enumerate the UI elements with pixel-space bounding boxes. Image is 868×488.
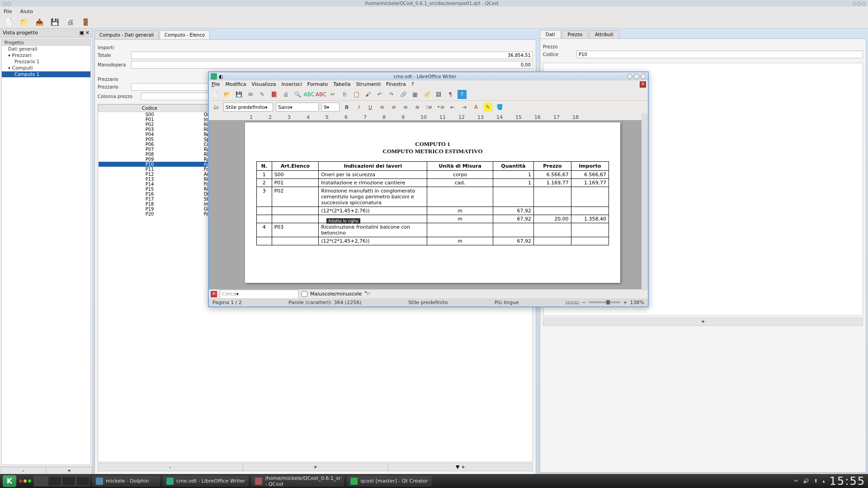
lo-ruler[interactable]: 123456789101112131415161718 [209, 113, 648, 121]
lo-align-just-icon[interactable]: ≡ [413, 103, 422, 112]
tree-dati-generali[interactable]: Dati generali [2, 46, 90, 52]
detach-icon[interactable]: ▣ [79, 30, 84, 36]
lo-indent-icon[interactable]: ⇥ [460, 103, 469, 112]
lo-max-icon[interactable] [634, 74, 639, 79]
lo-menu-finestra[interactable]: Finestra [386, 81, 406, 87]
maximize-icon[interactable] [857, 2, 861, 5]
lo-edit-icon[interactable]: ✎ [258, 90, 267, 99]
task-qcost[interactable]: /home/mickele/QCost_0.6.1_sr- QCost [251, 476, 344, 487]
lo-titlebar[interactable]: ◐ cme.odt - LibreOffice Writer [209, 72, 648, 80]
window-menu-icon[interactable] [3, 2, 6, 5]
lo-zoom-slider[interactable] [589, 301, 620, 303]
lo-align-left-icon[interactable]: ≡ [377, 103, 387, 112]
lo-highlight-icon[interactable]: ✎ [483, 103, 492, 112]
lo-aux-icon[interactable]: ◐ [219, 74, 224, 80]
lo-print-icon[interactable]: 🖨 [281, 90, 290, 99]
lo-menu-visualizza[interactable]: Visualizza [251, 81, 276, 87]
rtab-dati[interactable]: Dati [540, 30, 561, 38]
lo-size-select[interactable]: 9 ▾ [321, 103, 340, 112]
lo-numlist-icon[interactable]: ⁝≡ [425, 103, 434, 112]
lo-doc-close-icon[interactable]: × [640, 81, 646, 88]
saveas-icon[interactable]: 💾 [50, 17, 60, 27]
task-qtcreator[interactable]: qcost [master] - Qt Creator [347, 476, 431, 487]
lo-autospell-icon[interactable]: ABC [316, 90, 326, 99]
open-icon[interactable]: 📁 [19, 17, 29, 27]
print-icon[interactable]: 🖨 [65, 17, 75, 27]
lo-min-icon[interactable] [627, 74, 632, 79]
pager[interactable] [34, 476, 90, 486]
lo-cut-icon[interactable]: ✂ [328, 90, 337, 99]
lo-italic-icon[interactable]: I [354, 103, 363, 112]
doc-row[interactable]: (12*(2*1,45+2,76))m67,92 [257, 237, 609, 245]
lo-help-icon[interactable]: ? [458, 90, 467, 99]
lo-save-icon[interactable]: 💾 [234, 90, 243, 99]
lo-dedent-icon[interactable]: ⇤ [448, 103, 457, 112]
clock[interactable]: 15:55 [830, 475, 865, 488]
lo-fontcolor-icon[interactable]: A [472, 103, 481, 112]
tree-prezzario-1[interactable]: Prezzario 1 [2, 59, 90, 65]
lo-bullist-icon[interactable]: •≡ [436, 103, 445, 112]
lo-menu-tabella[interactable]: Tabella [333, 81, 350, 87]
lo-zoom-value[interactable]: 138% [630, 300, 644, 305]
lo-findall-icon[interactable]: 🔭 [364, 291, 371, 297]
doc-row[interactable]: (12*(2*1,45+2,76))m67,92 [257, 207, 609, 215]
lo-menu-modifica[interactable]: Modifica [225, 81, 246, 87]
lo-underline-icon[interactable]: U [366, 103, 375, 112]
lo-align-right-icon[interactable]: ≡ [401, 103, 410, 112]
lo-case-checkbox[interactable] [302, 291, 307, 297]
lo-search-input[interactable]: Cerca ▾ [220, 290, 299, 299]
window-pin-icon[interactable] [7, 2, 11, 5]
lo-styles-icon[interactable]: 🗂 [212, 103, 221, 112]
lo-table-icon[interactable]: ▦ [410, 90, 420, 99]
codice-field[interactable] [576, 51, 863, 58]
lo-close-icon[interactable] [641, 74, 646, 79]
tree-remove-button[interactable]: - [0, 467, 46, 474]
lo-email-icon[interactable]: ✉ [246, 90, 255, 99]
lo-menu-strumenti[interactable]: Strumenti [356, 81, 381, 87]
exit-icon[interactable]: 🚪 [80, 17, 90, 27]
lo-menu-help[interactable]: ? [411, 81, 414, 87]
doc-row[interactable]: 4P03Ricostruzione frontalini balcone con… [257, 223, 609, 237]
tray-volume-icon[interactable]: 🔊 [803, 478, 809, 484]
tray-expand-icon[interactable]: ▴ [822, 478, 825, 484]
rtab-attributi[interactable]: Attributi [589, 30, 619, 38]
lo-copy-icon[interactable]: ⎘ [340, 90, 349, 99]
save-icon[interactable]: 📤 [34, 17, 44, 27]
lo-zoom-out-icon[interactable]: − [582, 300, 586, 305]
lo-bold-icon[interactable]: B [342, 103, 351, 112]
lo-lang-status[interactable]: Più lingue [495, 300, 519, 305]
col-codice[interactable]: Codice [99, 105, 201, 112]
menu-help[interactable]: Aiuto [20, 9, 33, 14]
lo-style-select[interactable]: Stile predefinito ▾ [223, 103, 273, 112]
lo-page-status[interactable]: Pagina 1 / 2 [212, 300, 242, 305]
close-panel-icon[interactable]: ✕ [85, 30, 90, 36]
lo-bgcolor-icon[interactable]: 🪣 [495, 103, 504, 112]
lo-search-close-icon[interactable]: × [211, 291, 217, 297]
tree-computi[interactable]: ▾ Computi [2, 65, 90, 71]
task-libreoffice[interactable]: cme.odt - LibreOffice Writer [163, 476, 249, 487]
doc-row[interactable]: 2P01Installazione e rimozione cantiereca… [257, 179, 609, 187]
tray-network-icon[interactable]: ⬆ [814, 478, 818, 484]
activity-dots[interactable] [19, 479, 31, 483]
lo-preview-icon[interactable]: 🔍 [293, 90, 302, 99]
minimize-icon[interactable] [853, 2, 856, 5]
lo-gallery-icon[interactable]: 🖼 [434, 90, 443, 99]
row-remove-button[interactable]: - [98, 463, 243, 471]
tree-prezzari[interactable]: ▾ Prezzari [2, 52, 90, 59]
detail-add-button[interactable]: + [543, 318, 863, 326]
lo-menu-formato[interactable]: Formato [307, 81, 328, 87]
lo-navigator-icon[interactable]: 🧭 [422, 90, 431, 99]
lo-fmtpaint-icon[interactable]: 🖌 [363, 90, 373, 99]
lo-paste-icon[interactable]: 📋 [352, 90, 361, 99]
lo-document-area[interactable]: 123456789101112131415161718 COMPUTO 1 CO… [209, 113, 648, 289]
tab-dati-generali[interactable]: Computo - Dati generali [94, 30, 159, 39]
kde-menu-button[interactable]: K [3, 475, 16, 487]
lo-hyperlink-icon[interactable]: 🔗 [399, 90, 408, 99]
close-icon[interactable] [862, 2, 865, 5]
lo-font-select[interactable]: Sans ▾ [276, 103, 319, 112]
tree-computo-1[interactable]: Computo 1 [2, 71, 90, 77]
row-down-button[interactable]: ▼ + [388, 463, 533, 471]
lo-word-count[interactable]: Parole (caratteri): 364 (2256) [288, 300, 361, 305]
doc-row[interactable]: 1S00Oneri per la sicurezzacorpo16.566,67… [257, 171, 609, 179]
new-icon[interactable]: 📄 [4, 17, 14, 27]
